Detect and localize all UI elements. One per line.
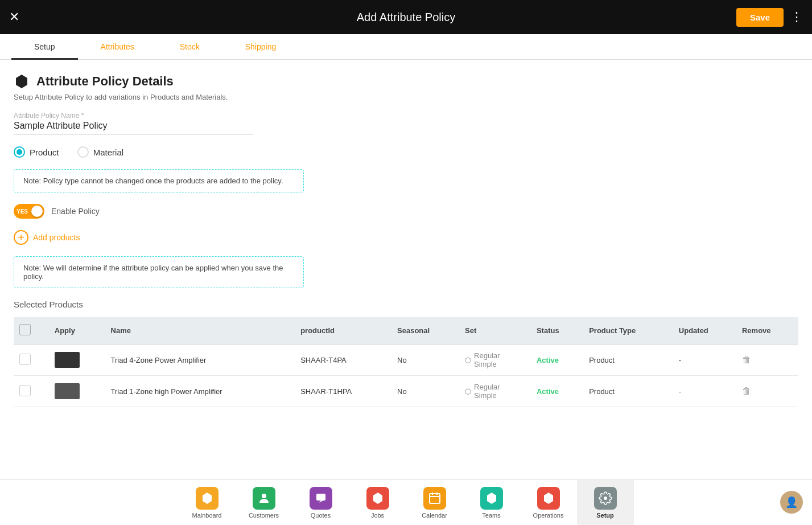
table-row: Triad 4-Zone Power Amplifier SHAAR-T4PA … (14, 344, 798, 376)
th-status: Status (531, 317, 583, 344)
nav-item-teams[interactable]: Teams (463, 480, 520, 526)
row1-productid: SHAAR-T4PA (295, 344, 391, 376)
toggle-row: YES Enable Policy (14, 204, 798, 219)
nav-item-setup[interactable]: Setup (577, 480, 634, 526)
nav-item-quotes[interactable]: Quotes (292, 480, 349, 526)
nav-item-calendar[interactable]: Calendar (406, 480, 463, 526)
row2-status: Active (531, 376, 583, 407)
top-bar: ✕ Add Attribute Policy Save ⋮ (0, 0, 812, 34)
section-title: Attribute Policy Details (36, 74, 174, 89)
enable-policy-label: Enable Policy (51, 207, 100, 216)
toggle-yes-label: YES (17, 208, 28, 215)
set-icon: ⬡ (465, 356, 471, 364)
add-products-icon: + (14, 230, 28, 245)
page-title: Add Attribute Policy (357, 11, 455, 24)
row2-name: Triad 1-Zone high Power Amplifier (105, 376, 295, 407)
toggle-knob (31, 206, 43, 217)
add-products-label: Add products (33, 233, 80, 242)
row2-apply (49, 376, 105, 407)
row2-updated: - (673, 376, 736, 407)
nav-item-mainboard[interactable]: Mainboard (179, 480, 236, 526)
table-row: Triad 1-Zone high Power Amplifier SHAAR-… (14, 376, 798, 407)
row1-updated: - (673, 344, 736, 376)
mainboard-icon (196, 487, 219, 510)
section-subtitle: Setup Attribute Policy to add variations… (14, 93, 798, 101)
setup-label: Setup (596, 512, 614, 519)
tab-shipping[interactable]: Shipping (222, 34, 299, 59)
svg-point-2 (262, 494, 266, 498)
bottom-nav: Mainboard Customers Quotes Jobs Calendar… (0, 479, 812, 525)
row1-status: Active (531, 344, 583, 376)
mainboard-label: Mainboard (192, 512, 222, 519)
add-products-row[interactable]: + Add products (14, 230, 798, 245)
more-options-icon[interactable]: ⋮ (790, 10, 803, 24)
avatar[interactable]: 👤 (780, 491, 803, 514)
tab-bar: Setup Attributes Stock Shipping (0, 34, 812, 60)
radio-group: Product Material (14, 146, 798, 158)
tab-stock[interactable]: Stock (157, 34, 222, 59)
row1-seasonal: No (391, 344, 459, 376)
nav-item-customers[interactable]: Customers (236, 480, 292, 526)
row1-checkbox[interactable] (14, 344, 49, 376)
close-icon[interactable]: ✕ (9, 10, 19, 24)
row2-productid: SHAAR-T1HPA (295, 376, 391, 407)
svg-marker-4 (373, 493, 382, 504)
row2-checkbox[interactable] (14, 376, 49, 407)
radio-material-label: Material (93, 147, 123, 157)
hex-icon (14, 73, 30, 89)
svg-rect-5 (430, 494, 440, 503)
operations-label: Operations (533, 512, 564, 519)
svg-marker-9 (487, 493, 496, 504)
radio-material-circle (77, 146, 89, 158)
th-name: Name (105, 317, 295, 344)
jobs-icon (366, 487, 389, 510)
save-button[interactable]: Save (736, 8, 784, 27)
nav-item-jobs[interactable]: Jobs (349, 480, 406, 526)
th-apply: Apply (49, 317, 105, 344)
table-header-row: Apply Name productId Seasonal Set Status… (14, 317, 798, 344)
th-updated: Updated (673, 317, 736, 344)
calendar-icon (423, 487, 446, 510)
operations-icon (537, 487, 560, 510)
row2-remove[interactable]: 🗑 (736, 376, 798, 407)
th-remove: Remove (736, 317, 798, 344)
jobs-label: Jobs (371, 512, 384, 519)
svg-rect-3 (316, 494, 325, 501)
row1-name: Triad 4-Zone Power Amplifier (105, 344, 295, 376)
tab-setup[interactable]: Setup (11, 34, 78, 59)
policy-name-label: Attribute Policy Name * (14, 112, 798, 120)
row2-set: ⬡ RegularSimple (459, 376, 531, 407)
teams-label: Teams (482, 512, 500, 519)
row1-apply (49, 344, 105, 376)
th-seasonal: Seasonal (391, 317, 459, 344)
avatar-image: 👤 (785, 496, 798, 508)
note-save-policy: Note: We will determine if the attribute… (14, 256, 304, 288)
radio-product[interactable]: Product (14, 146, 59, 158)
set-value: RegularSimple (474, 351, 500, 368)
enable-policy-toggle[interactable]: YES (14, 204, 44, 219)
radio-material[interactable]: Material (77, 146, 123, 158)
set-icon: ⬡ (465, 387, 471, 396)
selected-products-title: Selected Products (14, 300, 798, 309)
row1-product-type: Product (583, 344, 673, 376)
th-product-type: Product Type (583, 317, 673, 344)
top-bar-actions: Save ⋮ (736, 8, 803, 27)
policy-name-value[interactable]: Sample Attribute Policy (14, 121, 253, 135)
svg-marker-0 (16, 75, 27, 88)
row1-set: ⬡ RegularSimple (459, 344, 531, 376)
tab-attributes[interactable]: Attributes (78, 34, 157, 59)
svg-marker-1 (203, 493, 212, 504)
radio-product-circle (14, 146, 25, 158)
main-content: Attribute Policy Details Setup Attribute… (0, 60, 812, 477)
setup-icon (594, 487, 617, 510)
th-productid: productId (295, 317, 391, 344)
quotes-icon (310, 487, 332, 510)
row2-seasonal: No (391, 376, 459, 407)
row1-remove[interactable]: 🗑 (736, 344, 798, 376)
teams-icon (480, 487, 503, 510)
customers-label: Customers (249, 512, 279, 519)
calendar-label: Calendar (422, 512, 447, 519)
svg-marker-10 (544, 493, 553, 504)
nav-item-operations[interactable]: Operations (520, 480, 577, 526)
set-value: RegularSimple (474, 383, 500, 400)
